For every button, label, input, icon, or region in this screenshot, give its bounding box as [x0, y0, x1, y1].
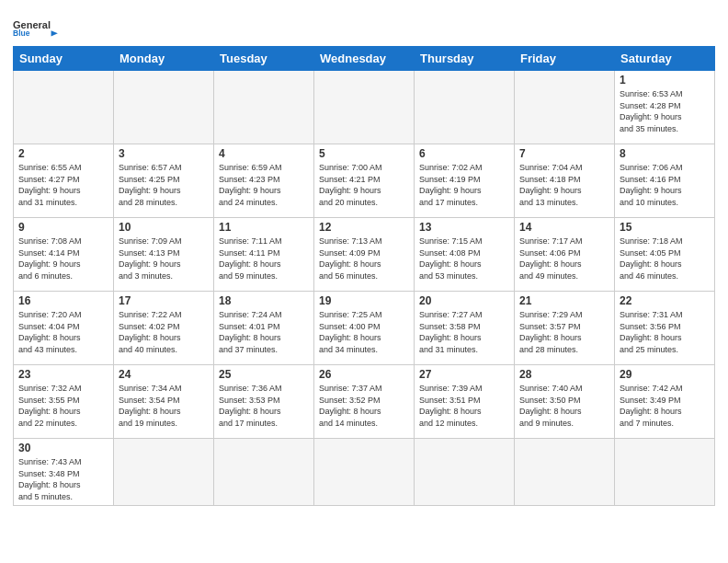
- day-number: 7: [519, 147, 609, 160]
- day-number: 25: [219, 368, 309, 381]
- calendar-cell: [415, 439, 515, 506]
- day-number: 18: [219, 294, 309, 307]
- day-number: 19: [319, 294, 409, 307]
- day-info: Sunrise: 7:13 AM Sunset: 4:09 PM Dayligh…: [319, 236, 409, 282]
- calendar-cell: 22Sunrise: 7:31 AM Sunset: 3:56 PM Dayli…: [615, 292, 715, 365]
- day-info: Sunrise: 7:31 AM Sunset: 3:56 PM Dayligh…: [620, 309, 710, 355]
- week-row-1: 2Sunrise: 6:55 AM Sunset: 4:27 PM Daylig…: [14, 144, 715, 218]
- day-number: 29: [620, 368, 710, 381]
- day-number: 22: [620, 294, 710, 307]
- calendar-cell: 19Sunrise: 7:25 AM Sunset: 4:00 PM Dayli…: [314, 292, 415, 365]
- day-info: Sunrise: 6:53 AM Sunset: 4:28 PM Dayligh…: [620, 88, 710, 134]
- calendar-cell: 6Sunrise: 7:02 AM Sunset: 4:19 PM Daylig…: [415, 144, 515, 218]
- day-info: Sunrise: 7:22 AM Sunset: 4:02 PM Dayligh…: [119, 309, 209, 355]
- calendar-cell: [415, 71, 515, 144]
- svg-text:Blue: Blue: [13, 29, 30, 38]
- day-number: 4: [219, 147, 309, 160]
- weekday-header-row: SundayMondayTuesdayWednesdayThursdayFrid…: [14, 47, 715, 71]
- day-number: 3: [119, 147, 209, 160]
- calendar-cell: [114, 71, 214, 144]
- calendar-cell: 1Sunrise: 6:53 AM Sunset: 4:28 PM Daylig…: [615, 71, 715, 144]
- day-number: 5: [319, 147, 409, 160]
- calendar-cell: 28Sunrise: 7:40 AM Sunset: 3:50 PM Dayli…: [515, 365, 615, 439]
- calendar-cell: [214, 71, 314, 144]
- calendar-cell: 2Sunrise: 6:55 AM Sunset: 4:27 PM Daylig…: [14, 144, 114, 218]
- day-info: Sunrise: 6:55 AM Sunset: 4:27 PM Dayligh…: [18, 162, 108, 208]
- day-number: 12: [319, 221, 409, 234]
- calendar-cell: 3Sunrise: 6:57 AM Sunset: 4:25 PM Daylig…: [114, 144, 214, 218]
- calendar-cell: [114, 439, 214, 506]
- calendar-cell: 16Sunrise: 7:20 AM Sunset: 4:04 PM Dayli…: [14, 292, 114, 365]
- calendar-cell: 23Sunrise: 7:32 AM Sunset: 3:55 PM Dayli…: [14, 365, 114, 439]
- day-number: 28: [519, 368, 609, 381]
- weekday-header-friday: Friday: [515, 47, 615, 71]
- calendar-cell: 11Sunrise: 7:11 AM Sunset: 4:11 PM Dayli…: [214, 218, 314, 292]
- week-row-5: 30Sunrise: 7:43 AM Sunset: 3:48 PM Dayli…: [14, 439, 715, 506]
- day-number: 13: [419, 221, 509, 234]
- day-number: 1: [620, 74, 710, 86]
- day-info: Sunrise: 7:40 AM Sunset: 3:50 PM Dayligh…: [519, 383, 609, 429]
- day-number: 10: [119, 221, 209, 234]
- day-info: Sunrise: 7:37 AM Sunset: 3:52 PM Dayligh…: [319, 383, 409, 429]
- weekday-header-tuesday: Tuesday: [214, 47, 314, 71]
- weekday-header-wednesday: Wednesday: [314, 47, 415, 71]
- calendar-cell: 21Sunrise: 7:29 AM Sunset: 3:57 PM Dayli…: [515, 292, 615, 365]
- week-row-3: 16Sunrise: 7:20 AM Sunset: 4:04 PM Dayli…: [14, 292, 715, 365]
- day-info: Sunrise: 7:04 AM Sunset: 4:18 PM Dayligh…: [519, 162, 609, 208]
- weekday-header-thursday: Thursday: [415, 47, 515, 71]
- day-info: Sunrise: 7:43 AM Sunset: 3:48 PM Dayligh…: [18, 456, 108, 502]
- day-number: 8: [620, 147, 710, 160]
- weekday-header-sunday: Sunday: [14, 47, 114, 71]
- header: General Blue: [13, 9, 715, 40]
- day-info: Sunrise: 7:15 AM Sunset: 4:08 PM Dayligh…: [419, 236, 509, 282]
- day-info: Sunrise: 6:57 AM Sunset: 4:25 PM Dayligh…: [119, 162, 209, 208]
- calendar-cell: 14Sunrise: 7:17 AM Sunset: 4:06 PM Dayli…: [515, 218, 615, 292]
- day-info: Sunrise: 7:24 AM Sunset: 4:01 PM Dayligh…: [219, 309, 309, 355]
- calendar-cell: 26Sunrise: 7:37 AM Sunset: 3:52 PM Dayli…: [314, 365, 415, 439]
- calendar-cell: 5Sunrise: 7:00 AM Sunset: 4:21 PM Daylig…: [314, 144, 415, 218]
- day-number: 14: [519, 221, 609, 234]
- day-number: 17: [119, 294, 209, 307]
- day-info: Sunrise: 7:09 AM Sunset: 4:13 PM Dayligh…: [119, 236, 209, 282]
- weekday-header-saturday: Saturday: [615, 47, 715, 71]
- day-info: Sunrise: 7:00 AM Sunset: 4:21 PM Dayligh…: [319, 162, 409, 208]
- weekday-header-monday: Monday: [114, 47, 214, 71]
- day-info: Sunrise: 7:02 AM Sunset: 4:19 PM Dayligh…: [419, 162, 509, 208]
- calendar-cell: 4Sunrise: 6:59 AM Sunset: 4:23 PM Daylig…: [214, 144, 314, 218]
- calendar-cell: 13Sunrise: 7:15 AM Sunset: 4:08 PM Dayli…: [415, 218, 515, 292]
- day-info: Sunrise: 7:25 AM Sunset: 4:00 PM Dayligh…: [319, 309, 409, 355]
- calendar-cell: 12Sunrise: 7:13 AM Sunset: 4:09 PM Dayli…: [314, 218, 415, 292]
- calendar-cell: [515, 439, 615, 506]
- calendar-cell: [14, 71, 114, 144]
- calendar-cell: 15Sunrise: 7:18 AM Sunset: 4:05 PM Dayli…: [615, 218, 715, 292]
- day-number: 27: [419, 368, 509, 381]
- day-number: 21: [519, 294, 609, 307]
- week-row-0: 1Sunrise: 6:53 AM Sunset: 4:28 PM Daylig…: [14, 71, 715, 144]
- logo: General Blue: [13, 9, 63, 40]
- calendar-cell: 20Sunrise: 7:27 AM Sunset: 3:58 PM Dayli…: [415, 292, 515, 365]
- day-info: Sunrise: 7:34 AM Sunset: 3:54 PM Dayligh…: [119, 383, 209, 429]
- day-number: 11: [219, 221, 309, 234]
- calendar-cell: 7Sunrise: 7:04 AM Sunset: 4:18 PM Daylig…: [515, 144, 615, 218]
- day-number: 20: [419, 294, 509, 307]
- calendar-cell: 27Sunrise: 7:39 AM Sunset: 3:51 PM Dayli…: [415, 365, 515, 439]
- day-info: Sunrise: 7:20 AM Sunset: 4:04 PM Dayligh…: [18, 309, 108, 355]
- day-number: 26: [319, 368, 409, 381]
- calendar-cell: [314, 439, 415, 506]
- day-info: Sunrise: 7:39 AM Sunset: 3:51 PM Dayligh…: [419, 383, 509, 429]
- svg-marker-2: [51, 30, 58, 36]
- day-info: Sunrise: 7:27 AM Sunset: 3:58 PM Dayligh…: [419, 309, 509, 355]
- calendar: SundayMondayTuesdayWednesdayThursdayFrid…: [13, 46, 715, 506]
- calendar-cell: [214, 439, 314, 506]
- calendar-cell: 30Sunrise: 7:43 AM Sunset: 3:48 PM Dayli…: [14, 439, 114, 506]
- logo-svg: General Blue: [13, 13, 63, 40]
- day-info: Sunrise: 7:08 AM Sunset: 4:14 PM Dayligh…: [18, 236, 108, 282]
- calendar-cell: 18Sunrise: 7:24 AM Sunset: 4:01 PM Dayli…: [214, 292, 314, 365]
- calendar-cell: 25Sunrise: 7:36 AM Sunset: 3:53 PM Dayli…: [214, 365, 314, 439]
- week-row-4: 23Sunrise: 7:32 AM Sunset: 3:55 PM Dayli…: [14, 365, 715, 439]
- day-number: 6: [419, 147, 509, 160]
- calendar-cell: [615, 439, 715, 506]
- day-info: Sunrise: 7:42 AM Sunset: 3:49 PM Dayligh…: [620, 383, 710, 429]
- calendar-cell: 24Sunrise: 7:34 AM Sunset: 3:54 PM Dayli…: [114, 365, 214, 439]
- page: General Blue SundayMondayTuesdayWednesda…: [0, 0, 728, 563]
